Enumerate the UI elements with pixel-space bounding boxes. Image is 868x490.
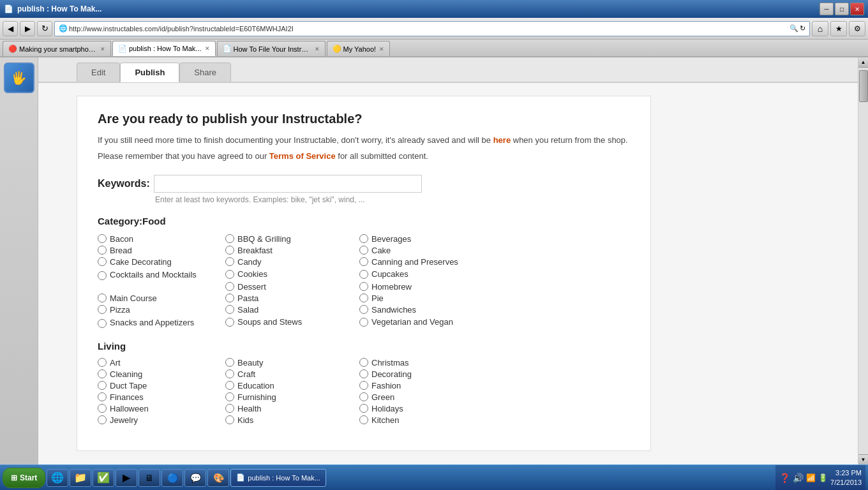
active-window-icon: 📄 [236, 473, 245, 482]
home-button[interactable]: ⌂ [812, 21, 828, 36]
taskbar-ie-icon[interactable]: 🌐 [47, 469, 68, 487]
radio-cake[interactable] [359, 246, 368, 255]
bookmark-button[interactable]: ★ [830, 21, 847, 36]
radio-beverages[interactable] [359, 234, 368, 243]
radio-finances[interactable] [98, 392, 107, 401]
radio-main-course[interactable] [98, 293, 107, 302]
taskbar-folder-icon[interactable]: 📁 [70, 469, 91, 487]
tray-network-icon[interactable]: 📶 [806, 473, 816, 482]
taskbar-play-icon[interactable]: ▶ [116, 469, 137, 487]
food-pasta: Pasta [225, 293, 359, 303]
tab3-favicon: 📄 [223, 45, 232, 53]
back-button[interactable]: ◀ [3, 21, 18, 36]
keywords-input[interactable] [154, 175, 422, 193]
radio-craft[interactable] [225, 369, 234, 378]
radio-snacks[interactable] [98, 319, 107, 328]
tab3-close[interactable]: ✕ [315, 46, 320, 52]
radio-sandwiches[interactable] [359, 305, 368, 314]
refresh-button[interactable]: ↻ [37, 21, 52, 36]
radio-cupcakes[interactable] [359, 270, 368, 279]
radio-art[interactable] [98, 358, 107, 367]
radio-pasta[interactable] [225, 293, 234, 302]
settings-button[interactable]: ⚙ [849, 21, 865, 36]
address-search[interactable]: 🔍 [789, 24, 798, 33]
radio-bread[interactable] [98, 246, 107, 255]
tab-my-yahoo[interactable]: 🟡 My Yahoo! ✕ [327, 41, 391, 56]
radio-decorating[interactable] [359, 369, 368, 378]
tab-making-smartphone[interactable]: 🔴 Making your smartphone... ✕ [3, 41, 111, 56]
page-desc2: Please remember that you have agreed to … [98, 150, 630, 163]
tray-power-icon[interactable]: 🔋 [818, 473, 828, 482]
radio-dessert[interactable] [225, 282, 234, 291]
tos-link[interactable]: Terms of Service [269, 151, 336, 161]
close-button[interactable]: ✕ [850, 3, 864, 15]
tray-help-icon[interactable]: ❓ [779, 473, 790, 483]
radio-bacon[interactable] [98, 234, 107, 243]
radio-kids[interactable] [225, 415, 234, 424]
radio-pie[interactable] [359, 293, 368, 302]
tab-publish-active[interactable]: 📄 publish : How To Mak... ✕ [112, 41, 216, 56]
tab4-close[interactable]: ✕ [379, 46, 384, 52]
tab1-label: Making your smartphone... [19, 45, 97, 53]
tab-edit[interactable]: Edit [77, 63, 120, 82]
radio-cocktails[interactable] [98, 271, 107, 280]
radio-salad[interactable] [225, 305, 234, 314]
address-text[interactable]: http://www.instructables.com/id/publish?… [69, 25, 788, 33]
here-link[interactable]: here [493, 135, 511, 145]
living-furnishing: Furnishing [225, 392, 359, 402]
radio-bbq[interactable] [225, 234, 234, 243]
radio-duct-tape[interactable] [98, 381, 107, 390]
radio-breakfast[interactable] [225, 246, 234, 255]
tab1-close[interactable]: ✕ [100, 46, 105, 52]
radio-fashion[interactable] [359, 381, 368, 390]
taskbar-globe-icon[interactable]: 🔵 [161, 469, 183, 487]
radio-kitchen[interactable] [359, 415, 368, 424]
maximize-button[interactable]: □ [835, 3, 849, 15]
scrollbar: ▲ ▼ [858, 57, 868, 464]
radio-homebrew[interactable] [359, 282, 368, 291]
taskbar: ⊞ Start 🌐 📁 ✅ ▶ 🖥 🔵 💬 🎨 📄 publish : How … [0, 464, 868, 490]
radio-cleaning[interactable] [98, 369, 107, 378]
living-green: Green [359, 392, 500, 402]
radio-green[interactable] [359, 392, 368, 401]
radio-furnishing[interactable] [225, 392, 234, 401]
taskbar-active-window[interactable]: 📄 publish : How To Mak... [230, 469, 326, 487]
tray-speaker-icon[interactable]: 🔊 [793, 473, 804, 483]
radio-vegetarian[interactable] [359, 318, 368, 327]
radio-health[interactable] [225, 404, 234, 413]
taskbar-paint-icon[interactable]: 🎨 [207, 469, 229, 487]
radio-education[interactable] [225, 381, 234, 390]
radio-candy[interactable] [225, 257, 234, 266]
taskbar-chat-icon[interactable]: 💬 [184, 469, 206, 487]
radio-cookies[interactable] [225, 270, 234, 279]
page-tab-bar: Edit Publish Share [38, 57, 858, 83]
radio-christmas[interactable] [359, 358, 368, 367]
food-main-course: Main Course [98, 293, 225, 303]
radio-holidays[interactable] [359, 404, 368, 413]
radio-jewelry[interactable] [98, 415, 107, 424]
radio-halloween[interactable] [98, 404, 107, 413]
tab2-close[interactable]: ✕ [205, 45, 210, 52]
scroll-thumb[interactable] [859, 70, 868, 102]
radio-cake-dec[interactable] [98, 257, 107, 266]
radio-soups[interactable] [225, 318, 234, 327]
sidebar-logo[interactable]: 🖐 [4, 63, 34, 93]
radio-beauty[interactable] [225, 358, 234, 367]
tab-publish[interactable]: Publish [120, 63, 179, 82]
food-bbq: BBQ & Grilling [225, 234, 359, 244]
taskbar-check-icon[interactable]: ✅ [93, 469, 114, 487]
start-button[interactable]: ⊞ Start [3, 468, 45, 488]
radio-pizza[interactable] [98, 305, 107, 314]
tab-how-to-file[interactable]: 📄 How To File Your Instruct... ✕ [217, 41, 326, 56]
forward-button[interactable]: ▶ [20, 21, 35, 36]
scroll-up-button[interactable]: ▲ [858, 57, 868, 68]
radio-canning[interactable] [359, 257, 368, 266]
minimize-button[interactable]: ─ [819, 3, 834, 15]
scroll-down-button[interactable]: ▼ [858, 454, 868, 464]
keywords-label: Keywords: [98, 178, 150, 189]
category-header: Category: Food [98, 216, 630, 226]
address-refresh[interactable]: ↻ [800, 24, 805, 33]
page-content: Edit Publish Share Are you ready to publ… [38, 57, 858, 464]
taskbar-hp-icon[interactable]: 🖥 [138, 469, 160, 487]
tab-share[interactable]: Share [179, 63, 231, 82]
